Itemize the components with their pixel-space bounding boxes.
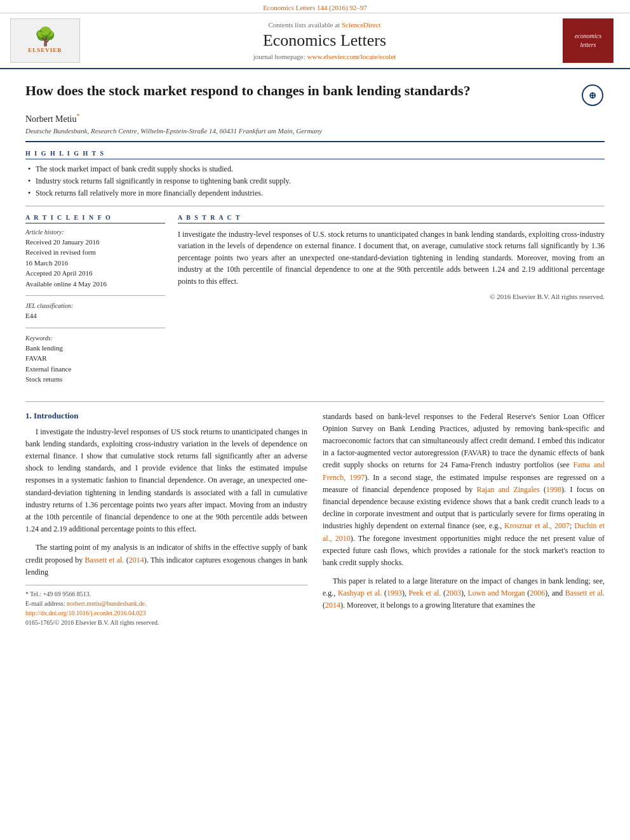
abstract-col: A B S T R A C T I investigate the indust…: [178, 214, 605, 391]
highlight-item: Industry stock returns fall significantl…: [25, 177, 605, 186]
revised-date: Received in revised form16 March 2016: [25, 247, 165, 268]
keyword-bank-lending: Bank lending: [25, 343, 165, 354]
econ-letters-line1: economics: [575, 32, 601, 41]
lown-year-link[interactable]: 2006: [530, 589, 545, 597]
footnote-issn: 0165-1765/© 2016 Elsevier B.V. All right…: [25, 618, 307, 627]
right-para-1: standards based on bank-level responses …: [323, 411, 605, 569]
homepage-label: journal homepage:: [253, 53, 305, 60]
available-date: Available online 4 May 2016: [25, 279, 165, 290]
jel-label: JEL classification:: [25, 302, 165, 309]
highlight-item: Stock returns fall relatively more in mo…: [25, 189, 605, 198]
journal-homepage-line: journal homepage: www.elsevier.com/locat…: [94, 53, 555, 60]
footnote-tel: * Tel.: +49 69 9566 8513.: [25, 589, 307, 599]
section-number: 1.: [25, 411, 32, 420]
journal-citation-bar: Economics Letters 144 (2016) 92–97: [0, 0, 630, 13]
copyright: © 2016 Elsevier B.V. All rights reserved…: [178, 293, 605, 300]
footnote-email: E-mail address: norbert.metiu@bundesbank…: [25, 599, 307, 608]
elsevier-logo: 🌳 ELSEVIER: [10, 18, 86, 63]
affiliation: Deutsche Bundesbank, Research Centre, Wi…: [25, 127, 605, 135]
tree-icon: 🌳: [34, 28, 57, 46]
krosznar-link[interactable]: Krosznar et al., 2007: [504, 521, 570, 530]
abstract-text: I investigate the industry-level respons…: [178, 229, 605, 288]
bassett-link[interactable]: Bassett et al.: [85, 556, 124, 564]
journal-center-info: Contents lists available at ScienceDirec…: [94, 21, 555, 60]
intro-para-1: I investigate the industry-level respons…: [25, 426, 307, 536]
intro-heading: 1. Introduction: [25, 411, 307, 421]
citation-text: Economics Letters 144 (2016) 92–97: [263, 4, 367, 11]
intro-para-2: The starting point of my analysis is an …: [25, 542, 307, 578]
lown-link[interactable]: Lown and Morgan: [468, 589, 525, 597]
article-info-col: A R T I C L E I N F O Article history: R…: [25, 214, 165, 391]
body-col-left: 1. Introduction I investigate the indust…: [25, 411, 307, 627]
history-label: Article history:: [25, 229, 165, 236]
elsevier-label: ELSEVIER: [28, 47, 62, 53]
article-title: How does the stock market respond to cha…: [25, 82, 572, 100]
kashyap-link[interactable]: Kashyap et al.: [338, 589, 382, 597]
body-section: 1. Introduction I investigate the indust…: [25, 401, 605, 627]
email-link[interactable]: norbert.metiu@bundesbank.de.: [67, 600, 147, 607]
author-name: Norbert Metiu*: [25, 112, 605, 124]
accepted-date: Accepted 20 April 2016: [25, 268, 165, 279]
section-title: Introduction: [34, 411, 79, 420]
email-label: E-mail address:: [25, 600, 65, 607]
fama-link[interactable]: Fama and French, 1997: [323, 460, 605, 481]
article-info-label: A R T I C L E I N F O: [25, 214, 165, 223]
keyword-external-finance: External finance: [25, 364, 165, 375]
article-title-section: How does the stock market respond to cha…: [25, 82, 605, 107]
peek-year-link[interactable]: 2003: [446, 589, 461, 597]
rajan-year-link[interactable]: 1998: [546, 485, 561, 494]
received-date: Received 20 January 2016: [25, 237, 165, 248]
journal-header: 🌳 ELSEVIER Contents lists available at S…: [0, 13, 630, 69]
article-info-abstract: A R T I C L E I N F O Article history: R…: [25, 214, 605, 391]
rajan-link[interactable]: Rajan and Zingales: [476, 485, 539, 494]
kashyap-year-link[interactable]: 1993: [387, 589, 402, 597]
bassett-year-link[interactable]: 2014: [129, 556, 144, 564]
contents-text: Contents lists available at: [268, 21, 340, 29]
highlights-section: H I G H L I G H T S The stock market imp…: [25, 150, 605, 198]
info-divider1: [25, 295, 165, 296]
info-divider2: [25, 328, 165, 328]
body-col-right: standards based on bank-level responses …: [323, 411, 605, 627]
keywords-label: Keywords:: [25, 335, 165, 342]
abstract-label: A B S T R A C T: [178, 214, 605, 223]
main-content: How does the stock market respond to cha…: [0, 69, 630, 640]
jel-group: JEL classification: E44: [25, 302, 165, 321]
bassett2-year-link[interactable]: 2014: [325, 601, 340, 610]
peek-link[interactable]: Peek et al.: [409, 589, 441, 597]
keyword-stock-returns: Stock returns: [25, 374, 165, 385]
footnote-doi: http://dx.doi.org/10.1016/j.econlet.2016…: [25, 608, 307, 618]
homepage-link[interactable]: www.elsevier.com/locate/ecolet: [307, 53, 396, 60]
crossmark-badge[interactable]: ⊕: [582, 84, 605, 107]
article-history-group: Article history: Received 20 January 201…: [25, 229, 165, 290]
keyword-favar: FAVAR: [25, 353, 165, 364]
crossmark-icon: ⊕: [582, 84, 603, 106]
doi-link[interactable]: http://dx.doi.org/10.1016/j.econlet.2016…: [25, 610, 146, 617]
journal-title: Economics Letters: [94, 31, 555, 50]
footnote-section: * Tel.: +49 69 9566 8513. E-mail address…: [25, 585, 307, 627]
econ-letters-logo: economics letters: [563, 18, 620, 63]
divider-after-affiliation: [25, 141, 605, 142]
bassett2-link[interactable]: Bassett et al.: [565, 589, 605, 597]
divider-after-highlights: [25, 206, 605, 206]
jel-code: E44: [25, 310, 165, 321]
sciencedirect-link[interactable]: ScienceDirect: [342, 21, 381, 29]
keywords-group: Keywords: Bank lending FAVAR External fi…: [25, 335, 165, 385]
highlight-item: The stock market impact of bank credit s…: [25, 164, 605, 174]
econ-letters-line2: letters: [580, 41, 596, 50]
right-para-2: This paper is related to a large literat…: [323, 575, 605, 612]
highlights-title: H I G H L I G H T S: [25, 150, 605, 159]
sciencedirect-line: Contents lists available at ScienceDirec…: [94, 21, 555, 29]
